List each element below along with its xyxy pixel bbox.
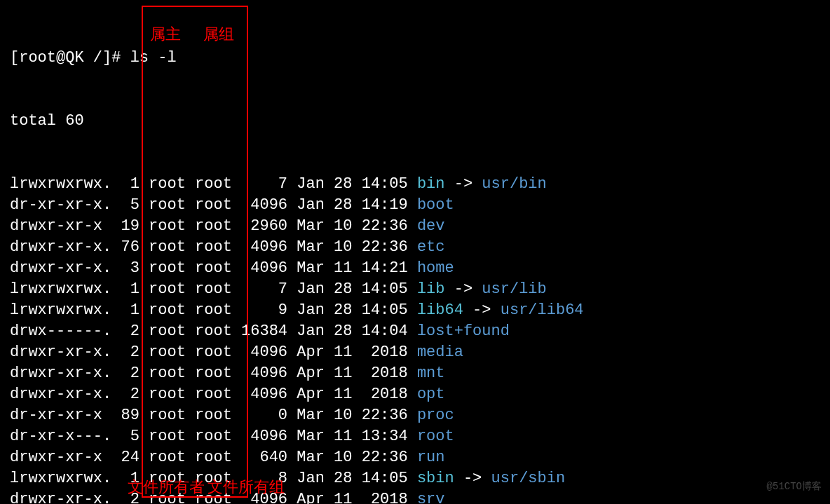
total-line: total 60 <box>10 111 820 132</box>
list-item: lrwxrwxrwx. 1 root root 7 Jan 28 14:05 b… <box>10 174 820 195</box>
list-item: drwxr-xr-x. 76 root root 4096 Mar 10 22:… <box>10 237 820 258</box>
list-item: drwxr-xr-x. 2 root root 4096 Apr 11 2018… <box>10 363 820 384</box>
list-item: dr-xr-xr-x. 5 root root 4096 Jan 28 14:1… <box>10 195 820 216</box>
list-item: dr-xr-x---. 5 root root 4096 Mar 11 13:3… <box>10 426 820 447</box>
list-item: dr-xr-xr-x 89 root root 0 Mar 10 22:36 p… <box>10 405 820 426</box>
list-item: drwxr-xr-x. 2 root root 4096 Apr 11 2018… <box>10 342 820 363</box>
list-item: drwxr-xr-x 19 root root 2960 Mar 10 22:3… <box>10 216 820 237</box>
command-text: ls -l <box>130 49 177 67</box>
prompt-line-1: [root@QK /]# ls -l <box>10 48 820 69</box>
prompt-text: [root@QK /]# <box>10 49 130 67</box>
list-item: drwxr-xr-x 24 root root 640 Mar 10 22:36… <box>10 447 820 468</box>
file-listing: lrwxrwxrwx. 1 root root 7 Jan 28 14:05 b… <box>10 174 820 504</box>
list-item: drwxr-xr-x. 3 root root 4096 Mar 11 14:2… <box>10 258 820 279</box>
list-item: drwxr-xr-x. 2 root root 4096 Apr 11 2018… <box>10 384 820 405</box>
list-item: drwx------. 2 root root 16384 Jan 28 14:… <box>10 321 820 342</box>
list-item: lrwxrwxrwx. 1 root root 9 Jan 28 14:05 l… <box>10 300 820 321</box>
terminal[interactable]: [root@QK /]# ls -l total 60 lrwxrwxrwx. … <box>0 0 830 504</box>
list-item: lrwxrwxrwx. 1 root root 8 Jan 28 14:05 s… <box>10 468 820 489</box>
list-item: drwxr-xr-x. 2 root root 4096 Apr 11 2018… <box>10 489 820 504</box>
watermark: @51CTO博客 <box>767 476 822 497</box>
list-item: lrwxrwxrwx. 1 root root 7 Jan 28 14:05 l… <box>10 279 820 300</box>
